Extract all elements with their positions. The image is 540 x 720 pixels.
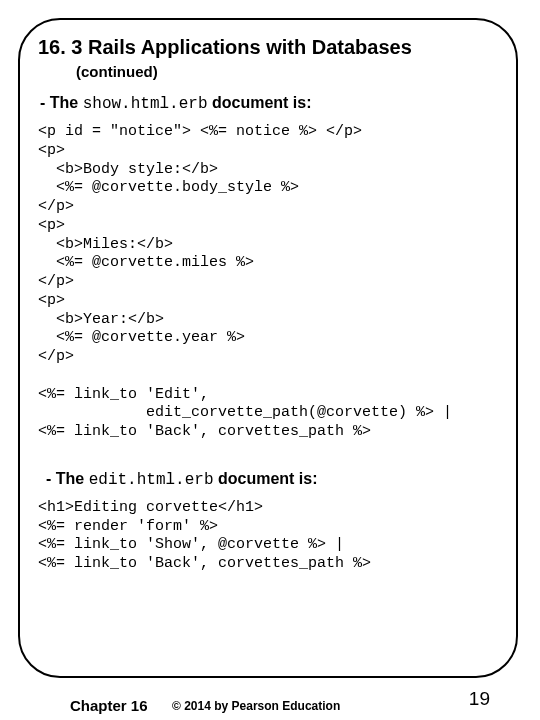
footer-chapter: Chapter 16 [70, 697, 148, 714]
slide-title: 16. 3 Rails Applications with Databases [38, 36, 498, 59]
section-2-filename: edit.html.erb [89, 471, 214, 489]
section-1-filename: show.html.erb [83, 95, 208, 113]
slide-subtitle: (continued) [76, 63, 498, 80]
section-2-suffix: document is: [214, 470, 318, 487]
footer-page-number: 19 [469, 688, 490, 710]
slide-frame: 16. 3 Rails Applications with Databases … [18, 18, 518, 678]
section-2-heading: - The edit.html.erb document is: [46, 470, 498, 489]
footer: Chapter 16 © 2014 by Pearson Education 1… [0, 690, 540, 714]
code-block-1: <p id = "notice"> <%= notice %> </p> <p>… [38, 123, 498, 442]
section-1-heading: - The show.html.erb document is: [40, 94, 498, 113]
code-block-2: <h1>Editing corvette</h1> <%= render 'fo… [38, 499, 498, 574]
section-1-suffix: document is: [208, 94, 312, 111]
footer-copyright: © 2014 by Pearson Education [172, 699, 340, 713]
section-2-prefix: - The [46, 470, 89, 487]
section-1-prefix: - The [40, 94, 83, 111]
